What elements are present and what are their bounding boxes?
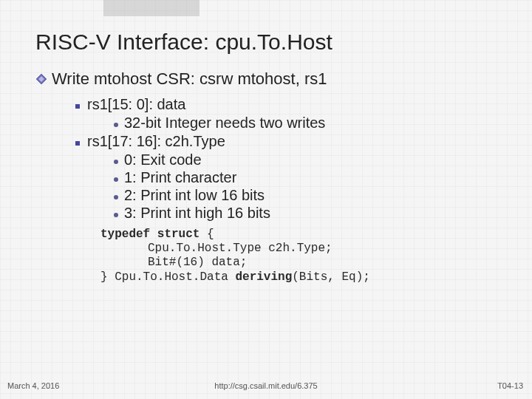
- list-item-label: 1: Print character: [124, 169, 236, 186]
- list-item: rs1[15: 0]: data: [75, 96, 510, 113]
- code-line: } Cpu.To.Host.Data deriving(Bits, Eq);: [100, 270, 510, 284]
- footer-url: http://csg.csail.mit.edu/6.375: [0, 381, 532, 390]
- list-item-label: rs1[17: 16]: c2h.Type: [87, 133, 225, 150]
- list-item: 32-bit Integer needs two writes: [114, 115, 510, 132]
- top-bullet: Write mtohost CSR: csrw mtohost, rs1: [35, 69, 510, 89]
- dot-icon: [114, 160, 118, 164]
- code-line: Bit#(16) data;: [100, 256, 510, 270]
- list-item: 3: Print int high 16 bits: [114, 205, 510, 222]
- square-icon: [75, 104, 80, 109]
- code-block: typedef struct { Cpu.To.Host.Type c2h.Ty…: [100, 228, 510, 284]
- slide-title: RISC-V Interface: cpu.To.Host: [35, 30, 510, 55]
- keyword: deriving: [235, 270, 292, 284]
- list-item: 0: Exit code: [114, 151, 510, 168]
- list-item-label: 2: Print int low 16 bits: [124, 187, 265, 204]
- square-icon: [75, 141, 80, 146]
- list-item: 1: Print character: [114, 169, 510, 186]
- list-item-label: 0: Exit code: [124, 151, 202, 168]
- list-item-label: rs1[15: 0]: data: [87, 96, 185, 113]
- code-line: Cpu.To.Host.Type c2h.Type;: [100, 242, 510, 256]
- code-text: (Bits, Eq);: [292, 270, 370, 284]
- list-item-label: 32-bit Integer needs two writes: [124, 115, 325, 132]
- footer-page: T04-13: [497, 381, 523, 390]
- list-item-label: 3: Print int high 16 bits: [124, 205, 270, 222]
- slide: RISC-V Interface: cpu.To.Host Write mtoh…: [0, 0, 532, 399]
- top-bullet-text: Write mtohost CSR: csrw mtohost, rs1: [52, 69, 327, 89]
- sub-group: rs1[15: 0]: data 32-bit Integer needs tw…: [75, 96, 510, 222]
- list-item: rs1[17: 16]: c2h.Type: [75, 133, 510, 150]
- keyword: typedef struct: [100, 228, 200, 241]
- diamond-icon: [35, 73, 47, 85]
- dot-icon: [114, 177, 118, 182]
- dot-icon: [114, 195, 118, 200]
- code-text: } Cpu.To.Host.Data: [100, 270, 235, 284]
- code-line: typedef struct {: [100, 228, 510, 242]
- list-item: 2: Print int low 16 bits: [114, 187, 510, 204]
- dot-icon: [114, 213, 118, 217]
- dot-icon: [114, 123, 118, 127]
- code-text: {: [200, 228, 214, 241]
